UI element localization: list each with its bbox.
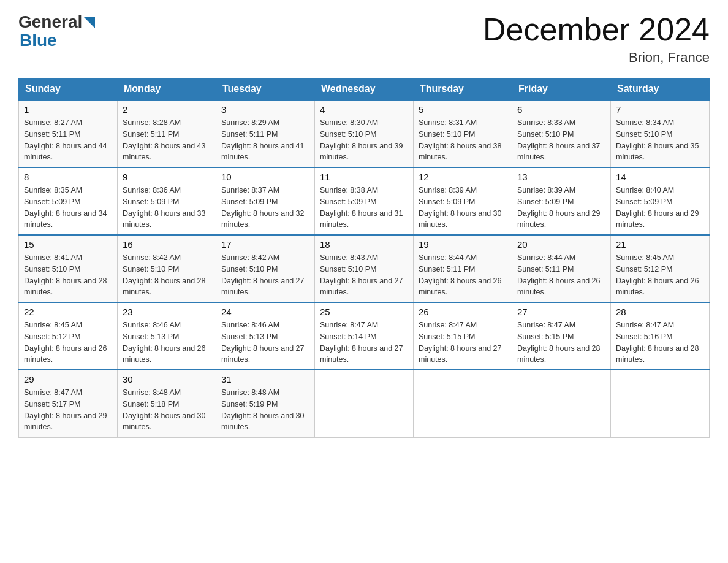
title-area: December 2024 Brion, France <box>483 12 710 66</box>
calendar-cell: 26Sunrise: 8:47 AMSunset: 5:15 PMDayligh… <box>414 302 512 370</box>
logo-general-text: General <box>18 12 82 32</box>
day-info: Sunrise: 8:48 AMSunset: 5:19 PMDaylight:… <box>221 387 309 433</box>
day-number: 12 <box>419 172 507 182</box>
calendar-cell: 30Sunrise: 8:48 AMSunset: 5:18 PMDayligh… <box>118 370 216 437</box>
calendar-cell: 20Sunrise: 8:44 AMSunset: 5:11 PMDayligh… <box>512 235 611 302</box>
calendar-cell: 14Sunrise: 8:40 AMSunset: 5:09 PMDayligh… <box>611 167 710 235</box>
day-number: 15 <box>24 239 112 250</box>
day-info: Sunrise: 8:41 AMSunset: 5:10 PMDaylight:… <box>24 252 112 298</box>
day-number: 14 <box>616 172 704 182</box>
day-number: 2 <box>123 104 211 115</box>
day-info: Sunrise: 8:45 AMSunset: 5:12 PMDaylight:… <box>616 252 704 298</box>
calendar-cell: 1Sunrise: 8:27 AMSunset: 5:11 PMDaylight… <box>19 100 118 167</box>
logo-blue-text: Blue <box>20 31 57 50</box>
calendar-cell: 11Sunrise: 8:38 AMSunset: 5:09 PMDayligh… <box>315 167 414 235</box>
day-number: 7 <box>616 104 704 115</box>
day-number: 9 <box>123 172 211 182</box>
week-row-2: 8Sunrise: 8:35 AMSunset: 5:09 PMDaylight… <box>19 167 710 235</box>
day-number: 27 <box>517 307 605 317</box>
col-header-sunday: Sunday <box>19 79 118 101</box>
day-number: 31 <box>221 374 309 385</box>
calendar-cell: 15Sunrise: 8:41 AMSunset: 5:10 PMDayligh… <box>19 235 118 302</box>
calendar-cell: 29Sunrise: 8:47 AMSunset: 5:17 PMDayligh… <box>19 370 118 437</box>
col-header-friday: Friday <box>512 79 611 101</box>
day-number: 17 <box>221 239 309 250</box>
day-info: Sunrise: 8:40 AMSunset: 5:09 PMDaylight:… <box>616 185 704 231</box>
day-number: 25 <box>320 307 408 317</box>
day-info: Sunrise: 8:47 AMSunset: 5:14 PMDaylight:… <box>320 320 408 366</box>
day-info: Sunrise: 8:39 AMSunset: 5:09 PMDaylight:… <box>517 185 605 231</box>
col-header-wednesday: Wednesday <box>315 79 414 101</box>
calendar-cell: 19Sunrise: 8:44 AMSunset: 5:11 PMDayligh… <box>414 235 512 302</box>
day-info: Sunrise: 8:36 AMSunset: 5:09 PMDaylight:… <box>123 185 211 231</box>
day-info: Sunrise: 8:44 AMSunset: 5:11 PMDaylight:… <box>517 252 605 298</box>
day-info: Sunrise: 8:47 AMSunset: 5:15 PMDaylight:… <box>419 320 507 366</box>
calendar-cell: 9Sunrise: 8:36 AMSunset: 5:09 PMDaylight… <box>118 167 216 235</box>
day-info: Sunrise: 8:33 AMSunset: 5:10 PMDaylight:… <box>517 117 605 163</box>
col-header-saturday: Saturday <box>611 79 710 101</box>
day-info: Sunrise: 8:28 AMSunset: 5:11 PMDaylight:… <box>123 117 211 163</box>
calendar-cell: 24Sunrise: 8:46 AMSunset: 5:13 PMDayligh… <box>216 302 315 370</box>
calendar-table: SundayMondayTuesdayWednesdayThursdayFrid… <box>18 78 710 438</box>
calendar-cell: 2Sunrise: 8:28 AMSunset: 5:11 PMDaylight… <box>118 100 216 167</box>
day-number: 4 <box>320 104 408 115</box>
day-info: Sunrise: 8:30 AMSunset: 5:10 PMDaylight:… <box>320 117 408 163</box>
calendar-cell: 23Sunrise: 8:46 AMSunset: 5:13 PMDayligh… <box>118 302 216 370</box>
page-header: General Blue December 2024 Brion, France <box>18 12 710 66</box>
day-number: 11 <box>320 172 408 182</box>
day-info: Sunrise: 8:46 AMSunset: 5:13 PMDaylight:… <box>123 320 211 366</box>
calendar-cell: 10Sunrise: 8:37 AMSunset: 5:09 PMDayligh… <box>216 167 315 235</box>
calendar-cell: 3Sunrise: 8:29 AMSunset: 5:11 PMDaylight… <box>216 100 315 167</box>
day-info: Sunrise: 8:47 AMSunset: 5:16 PMDaylight:… <box>616 320 704 366</box>
calendar-cell: 6Sunrise: 8:33 AMSunset: 5:10 PMDaylight… <box>512 100 611 167</box>
day-info: Sunrise: 8:48 AMSunset: 5:18 PMDaylight:… <box>123 387 211 433</box>
day-number: 29 <box>24 374 112 385</box>
day-number: 24 <box>221 307 309 317</box>
calendar-cell: 22Sunrise: 8:45 AMSunset: 5:12 PMDayligh… <box>19 302 118 370</box>
day-number: 20 <box>517 239 605 250</box>
day-info: Sunrise: 8:37 AMSunset: 5:09 PMDaylight:… <box>221 185 309 231</box>
day-info: Sunrise: 8:46 AMSunset: 5:13 PMDaylight:… <box>221 320 309 366</box>
day-info: Sunrise: 8:42 AMSunset: 5:10 PMDaylight:… <box>123 252 211 298</box>
svg-marker-0 <box>84 17 95 28</box>
calendar-cell: 4Sunrise: 8:30 AMSunset: 5:10 PMDaylight… <box>315 100 414 167</box>
week-row-5: 29Sunrise: 8:47 AMSunset: 5:17 PMDayligh… <box>19 370 710 437</box>
calendar-cell: 13Sunrise: 8:39 AMSunset: 5:09 PMDayligh… <box>512 167 611 235</box>
calendar-cell: 12Sunrise: 8:39 AMSunset: 5:09 PMDayligh… <box>414 167 512 235</box>
day-number: 22 <box>24 307 112 317</box>
day-info: Sunrise: 8:45 AMSunset: 5:12 PMDaylight:… <box>24 320 112 366</box>
day-number: 26 <box>419 307 507 317</box>
calendar-cell: 7Sunrise: 8:34 AMSunset: 5:10 PMDaylight… <box>611 100 710 167</box>
calendar-cell: 21Sunrise: 8:45 AMSunset: 5:12 PMDayligh… <box>611 235 710 302</box>
day-number: 1 <box>24 104 112 115</box>
calendar-cell: 17Sunrise: 8:42 AMSunset: 5:10 PMDayligh… <box>216 235 315 302</box>
calendar-cell <box>611 370 710 437</box>
calendar-cell: 31Sunrise: 8:48 AMSunset: 5:19 PMDayligh… <box>216 370 315 437</box>
calendar-cell: 27Sunrise: 8:47 AMSunset: 5:15 PMDayligh… <box>512 302 611 370</box>
day-number: 18 <box>320 239 408 250</box>
logo: General Blue <box>18 12 95 50</box>
day-info: Sunrise: 8:35 AMSunset: 5:09 PMDaylight:… <box>24 185 112 231</box>
calendar-cell: 25Sunrise: 8:47 AMSunset: 5:14 PMDayligh… <box>315 302 414 370</box>
week-row-1: 1Sunrise: 8:27 AMSunset: 5:11 PMDaylight… <box>19 100 710 167</box>
day-number: 16 <box>123 239 211 250</box>
day-number: 5 <box>419 104 507 115</box>
header-row: SundayMondayTuesdayWednesdayThursdayFrid… <box>19 79 710 101</box>
calendar-cell: 5Sunrise: 8:31 AMSunset: 5:10 PMDaylight… <box>414 100 512 167</box>
month-title: December 2024 <box>483 12 710 47</box>
day-info: Sunrise: 8:47 AMSunset: 5:17 PMDaylight:… <box>24 387 112 433</box>
col-header-tuesday: Tuesday <box>216 79 315 101</box>
day-number: 6 <box>517 104 605 115</box>
col-header-thursday: Thursday <box>414 79 512 101</box>
day-number: 23 <box>123 307 211 317</box>
col-header-monday: Monday <box>118 79 216 101</box>
calendar-cell <box>414 370 512 437</box>
week-row-3: 15Sunrise: 8:41 AMSunset: 5:10 PMDayligh… <box>19 235 710 302</box>
logo-triangle-icon <box>84 17 95 28</box>
day-number: 13 <box>517 172 605 182</box>
calendar-cell: 8Sunrise: 8:35 AMSunset: 5:09 PMDaylight… <box>19 167 118 235</box>
day-info: Sunrise: 8:39 AMSunset: 5:09 PMDaylight:… <box>419 185 507 231</box>
day-info: Sunrise: 8:31 AMSunset: 5:10 PMDaylight:… <box>419 117 507 163</box>
day-number: 19 <box>419 239 507 250</box>
day-info: Sunrise: 8:42 AMSunset: 5:10 PMDaylight:… <box>221 252 309 298</box>
